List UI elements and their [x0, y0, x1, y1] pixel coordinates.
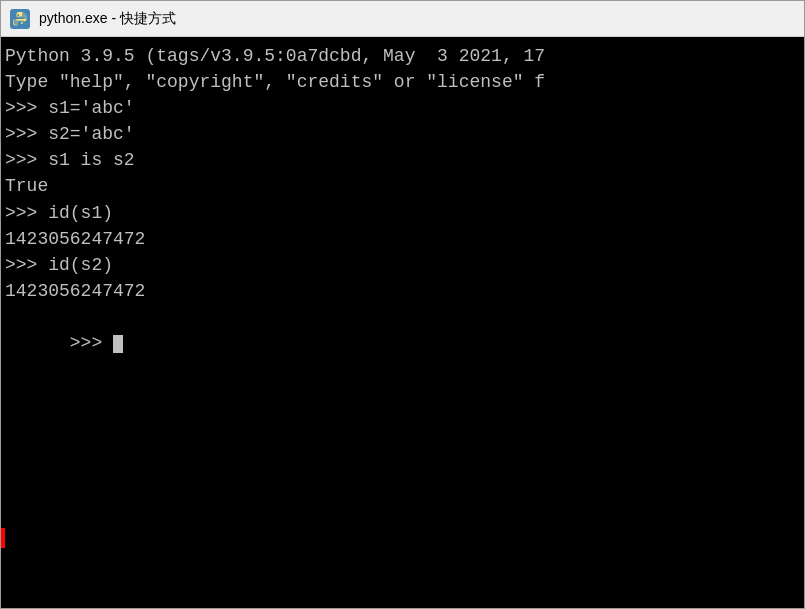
terminal-prompt-line: >>>	[5, 304, 800, 382]
terminal-line-1: Python 3.9.5 (tags/v3.9.5:0a7dcbd, May 3…	[5, 43, 800, 69]
terminal-line-8: 1423056247472	[5, 226, 800, 252]
terminal-line-6: True	[5, 173, 800, 199]
cursor	[113, 335, 123, 353]
terminal-line-9: >>> id(s2)	[5, 252, 800, 278]
terminal-line-5: >>> s1 is s2	[5, 147, 800, 173]
window: python.exe - 快捷方式 Python 3.9.5 (tags/v3.…	[0, 0, 805, 609]
svg-point-1	[17, 14, 19, 16]
terminal-line-10: 1423056247472	[5, 278, 800, 304]
terminal[interactable]: Python 3.9.5 (tags/v3.9.5:0a7dcbd, May 3…	[1, 37, 804, 608]
red-indicator	[1, 528, 5, 548]
window-title: python.exe - 快捷方式	[39, 10, 176, 28]
terminal-line-3: >>> s1='abc'	[5, 95, 800, 121]
terminal-line-7: >>> id(s1)	[5, 200, 800, 226]
terminal-prompt: >>>	[70, 333, 113, 353]
title-bar: python.exe - 快捷方式	[1, 1, 804, 37]
python-icon	[9, 8, 31, 30]
terminal-line-2: Type "help", "copyright", "credits" or "…	[5, 69, 800, 95]
svg-point-2	[21, 22, 23, 24]
terminal-line-4: >>> s2='abc'	[5, 121, 800, 147]
